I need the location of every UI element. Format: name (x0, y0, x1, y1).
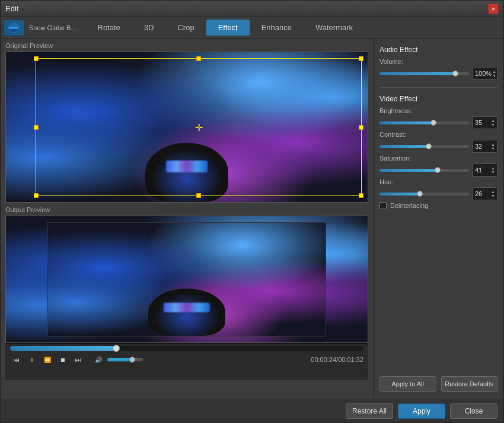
handle-br[interactable] (359, 193, 363, 198)
hue-spinners[interactable]: ▲ ▼ (491, 190, 495, 198)
saturation-track[interactable] (379, 169, 469, 172)
volume-spinners[interactable]: ▲ ▼ (492, 69, 496, 78)
contrast-down[interactable]: ▼ (491, 146, 495, 150)
apply-all-row: Apply to All Restore Defaults (379, 376, 497, 392)
contrast-value-box: 32 ▲ ▼ (473, 140, 497, 153)
saturation-up[interactable]: ▲ (491, 166, 495, 170)
output-globe-lights (164, 303, 210, 312)
contrast-fill (379, 145, 429, 148)
pause-button[interactable]: ⏸ (25, 353, 39, 366)
handle-bl[interactable] (34, 193, 39, 198)
left-panel: Original Preview ✛ (1, 39, 373, 399)
contrast-spinners[interactable]: ▲ ▼ (491, 142, 495, 150)
brightness-slider-row: 35 ▲ ▼ (379, 116, 497, 129)
tab-3d[interactable]: 3D (132, 20, 166, 36)
restore-all-button[interactable]: Restore All (346, 403, 393, 419)
tab-effect[interactable]: Effect (206, 20, 250, 36)
right-panel-spacer (379, 214, 497, 369)
file-icon (3, 20, 24, 36)
progress-thumb[interactable] (113, 345, 120, 352)
contrast-slider-row: 32 ▲ ▼ (379, 140, 497, 153)
output-globe (148, 289, 225, 336)
output-inner (47, 222, 326, 337)
close-button[interactable]: Close (450, 403, 497, 419)
fast-forward-button[interactable]: ⏩ (41, 353, 54, 366)
handle-tr[interactable] (359, 56, 363, 61)
handle-ml[interactable] (34, 125, 39, 130)
original-preview-label: Original Preview (5, 42, 368, 49)
progress-bar[interactable] (10, 346, 363, 351)
saturation-label: Saturation: (379, 155, 497, 162)
edit-window: Edit × Snow Globe B... Rotate 3D Crop Ef… (0, 0, 504, 423)
saturation-fill (379, 169, 438, 172)
title-bar: Edit × (1, 1, 503, 17)
contrast-up[interactable]: ▲ (491, 142, 495, 146)
saturation-thumb[interactable] (435, 167, 441, 173)
audio-effect-title: Audio Effect (379, 46, 497, 54)
crop-frame[interactable]: ✛ (36, 58, 362, 196)
volume-track[interactable] (379, 72, 469, 75)
deinterlacing-checkbox[interactable] (379, 202, 387, 209)
output-preview-label: Output Preview (5, 206, 368, 213)
contrast-track[interactable] (379, 145, 469, 148)
volume-down[interactable]: ▼ (492, 73, 496, 78)
hue-slider-row: 26 ▲ ▼ (379, 187, 497, 200)
volume-slider-thumb[interactable] (452, 70, 458, 76)
hue-up[interactable]: ▲ (491, 190, 495, 194)
brightness-thumb[interactable] (430, 120, 436, 126)
deinterlacing-row: Deinterlacing (379, 202, 497, 209)
tab-watermark[interactable]: Watermark (304, 20, 365, 36)
hue-thumb[interactable] (417, 191, 423, 197)
brightness-value-box: 35 ▲ ▼ (473, 116, 497, 129)
mute-button[interactable]: 🔊 (92, 353, 105, 366)
video-effect-title: Video Effect (379, 95, 497, 103)
hue-track[interactable] (379, 193, 469, 196)
volume-up[interactable]: ▲ (492, 69, 496, 73)
hue-value: 26 (475, 190, 482, 197)
window-title: Edit (5, 4, 488, 13)
brightness-track[interactable] (379, 121, 469, 124)
brightness-up[interactable]: ▲ (491, 118, 495, 123)
divider-1 (379, 87, 497, 88)
tab-crop[interactable]: Crop (165, 20, 206, 36)
skip-back-button[interactable]: ⏮ (10, 353, 23, 366)
hue-down[interactable]: ▼ (491, 194, 495, 198)
svg-rect-2 (9, 27, 18, 29)
contrast-value: 32 (475, 143, 482, 150)
volume-slider-row: 100% ▲ ▼ (379, 67, 497, 80)
original-preview: ✛ (5, 52, 368, 203)
handle-tc[interactable] (196, 56, 201, 61)
brightness-value: 35 (475, 119, 482, 126)
volume-slider[interactable] (107, 358, 143, 361)
video-effect-section: Video Effect Brightness: 35 ▲ ▼ (379, 95, 497, 209)
audio-effect-section: Audio Effect Volume: 100% ▲ ▼ (379, 46, 497, 80)
close-window-button[interactable]: × (488, 4, 499, 14)
brightness-down[interactable]: ▼ (491, 123, 495, 127)
saturation-value-box: 41 ▲ ▼ (473, 164, 497, 177)
stop-button[interactable]: ⏹ (56, 353, 69, 366)
saturation-spinners[interactable]: ▲ ▼ (491, 166, 495, 174)
tab-rotate[interactable]: Rotate (86, 20, 132, 36)
brightness-fill (379, 121, 433, 124)
tab-enhance[interactable]: Enhance (250, 20, 304, 36)
saturation-value: 41 (475, 166, 482, 174)
volume-thumb[interactable] (129, 357, 135, 363)
brightness-label: Brightness: (379, 107, 497, 114)
tab-bar: Snow Globe B... Rotate 3D Crop Effect En… (1, 17, 503, 39)
handle-bc[interactable] (196, 193, 201, 198)
right-panel: Audio Effect Volume: 100% ▲ ▼ (373, 39, 503, 399)
volume-label: Volume: (379, 58, 497, 65)
saturation-down[interactable]: ▼ (491, 170, 495, 174)
handle-mr[interactable] (359, 125, 363, 130)
apply-to-all-button[interactable]: Apply to All (379, 376, 436, 392)
contrast-thumb[interactable] (426, 143, 432, 149)
time-display: 00:00:24/00:01:32 (311, 356, 363, 363)
brightness-spinners[interactable]: ▲ ▼ (491, 118, 495, 127)
skip-forward-button[interactable]: ⏭ (72, 353, 85, 366)
handle-tl[interactable] (34, 56, 39, 61)
restore-defaults-button[interactable]: Restore Defaults (441, 376, 498, 392)
apply-button[interactable]: Apply (398, 403, 445, 419)
crosshair-icon: ✛ (195, 121, 203, 133)
bottom-bar: Restore All Apply Close (1, 399, 503, 422)
controls-bar: ⏮ ⏸ ⏩ ⏹ ⏭ 🔊 00:00:24/00:01:32 (5, 343, 368, 380)
